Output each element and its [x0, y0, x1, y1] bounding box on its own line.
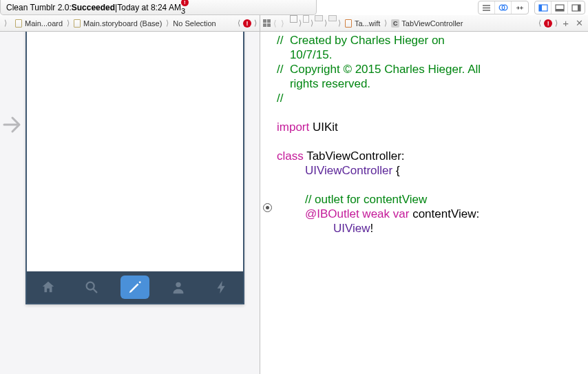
chevron-right-icon: ⟩ — [311, 15, 313, 31]
person-icon — [171, 280, 186, 295]
close-assistant-button[interactable]: ✕ — [574, 18, 585, 28]
source-editor: // Created by Charles Hieger on 10/7/15.… — [260, 32, 588, 374]
keyword-weak: weak — [359, 207, 390, 220]
jump-bar-segment-class[interactable]: CTabViewController — [387, 15, 467, 31]
bang: ! — [370, 222, 373, 235]
comment-line: 10/7/15. — [290, 48, 332, 61]
chevron-right-icon: ⟩ — [324, 15, 327, 31]
module-name: UIKit — [309, 121, 338, 134]
error-icon[interactable]: ! — [544, 19, 552, 28]
comment-line: rights reserved. — [290, 77, 370, 90]
entry-point-arrow-icon — [3, 111, 23, 138]
history-back-button[interactable]: ⟨ — [238, 19, 240, 28]
history-forward-button[interactable]: ⟩ — [555, 19, 558, 28]
folder-icon[interactable] — [328, 15, 337, 21]
toggle-utilities-button[interactable] — [568, 1, 585, 14]
jump-bar-label: TabViewController — [401, 19, 463, 28]
comment-line: // — [277, 63, 290, 76]
pencil-icon — [127, 280, 143, 295]
source-gutter[interactable] — [260, 32, 275, 374]
comment-line: // — [277, 34, 290, 47]
history-forward-button[interactable]: ⟩ — [280, 19, 286, 28]
error-icon: ! — [181, 0, 189, 6]
activity-tab-button[interactable] — [207, 276, 236, 299]
jump-bar-right: ⟨ ⟩ ⟩ ⟩ ⟩ ⟩ Ta...wift ⟩ CTabViewControll… — [260, 15, 588, 32]
toolbar-right — [478, 0, 585, 15]
build-timestamp: Today at 8:24 AM — [117, 3, 181, 12]
storyboard-file-icon — [15, 19, 22, 28]
svg-rect-7 — [578, 5, 580, 11]
swift-file-icon — [345, 19, 352, 28]
jump-bar-segment-selection[interactable]: No Selection — [169, 15, 220, 31]
add-assistant-button[interactable]: + — [560, 17, 571, 29]
build-status-text: Succeeded — [72, 3, 115, 12]
editor-mode-group — [478, 1, 529, 14]
comment-line: // outlet for contentView — [305, 193, 427, 206]
simulated-device-frame[interactable] — [25, 32, 244, 304]
compose-tab-button[interactable] — [120, 276, 149, 299]
keyword-var: var — [390, 207, 409, 220]
version-editor-button[interactable] — [512, 1, 528, 14]
jump-bar-left: ⟩ Main...oard ⟩ Main.storyboard (Base) ⟩… — [0, 15, 260, 32]
jump-bar-label: Main...oard — [25, 19, 63, 28]
comment-line: Created by Charles Hieger on — [290, 34, 445, 47]
search-tab-button[interactable] — [77, 276, 106, 299]
error-count: 3 — [181, 7, 185, 15]
panel-icon[interactable] — [290, 15, 297, 23]
comment-line: // — [277, 92, 283, 105]
svg-point-9 — [176, 282, 180, 287]
folder-icon[interactable] — [315, 15, 323, 21]
doc-icon[interactable] — [303, 15, 309, 23]
comment-line: Copyright © 2015 Charles Hieger. All — [290, 63, 481, 76]
toggle-navigator-button[interactable] — [535, 1, 552, 14]
app-tab-bar — [27, 271, 243, 303]
toggle-debug-button[interactable] — [552, 1, 568, 14]
error-indicator[interactable]: ! 3 — [181, 0, 189, 16]
keyword-import: import — [277, 121, 309, 134]
search-icon — [84, 280, 99, 295]
history-back-button[interactable]: ⟨ — [538, 19, 541, 28]
history-back-button[interactable]: ⟨ — [272, 19, 278, 28]
jump-bar-label: Ta...wift — [355, 19, 380, 28]
jump-bar-label: No Selection — [173, 19, 216, 28]
jump-bar-label: Main.storyboard (Base) — [83, 19, 162, 28]
assistant-editor-button[interactable] — [495, 1, 512, 14]
history-forward-button[interactable]: ⟩ — [254, 19, 257, 28]
storyboard-file-icon — [74, 19, 81, 28]
jump-bar-segment-base[interactable]: Main.storyboard (Base) — [70, 15, 166, 31]
error-icon[interactable]: ! — [243, 19, 251, 28]
chevron-right-icon: ⟩ — [299, 15, 302, 31]
keyword-class: class — [277, 149, 304, 163]
home-icon — [41, 280, 56, 295]
attribute-iboutlet: @IBOutlet — [305, 207, 359, 220]
related-items-icon[interactable] — [263, 19, 271, 27]
interface-builder-canvas[interactable] — [0, 32, 260, 374]
property-name: contentView: — [409, 207, 479, 220]
standard-editor-button[interactable] — [479, 1, 495, 14]
type-name: UIViewController — [305, 164, 392, 177]
project-name: Clean Tumblr 2.0: — [6, 3, 72, 12]
jump-bar-segment-file[interactable]: Main...oard — [11, 15, 67, 31]
brace: { — [392, 164, 399, 177]
lightning-icon — [214, 280, 229, 295]
home-tab-button[interactable] — [34, 276, 63, 299]
type-name: UIView — [333, 222, 370, 235]
profile-tab-button[interactable] — [164, 276, 193, 299]
build-status-pill: Clean Tumblr 2.0: Succeeded | Today at 8… — [0, 0, 317, 15]
svg-rect-3 — [539, 5, 542, 11]
class-name: TabViewController: — [304, 149, 405, 163]
class-icon: C — [391, 19, 399, 28]
jump-bar-segment-swift[interactable]: Ta...wift — [341, 15, 384, 31]
jump-bar-back[interactable]: ⟩ — [0, 15, 11, 31]
outlet-connection-icon[interactable] — [263, 203, 272, 212]
code-area[interactable]: // Created by Charles Hieger on 10/7/15.… — [275, 32, 588, 374]
panel-toggle-group — [534, 1, 585, 14]
svg-rect-5 — [556, 9, 564, 11]
